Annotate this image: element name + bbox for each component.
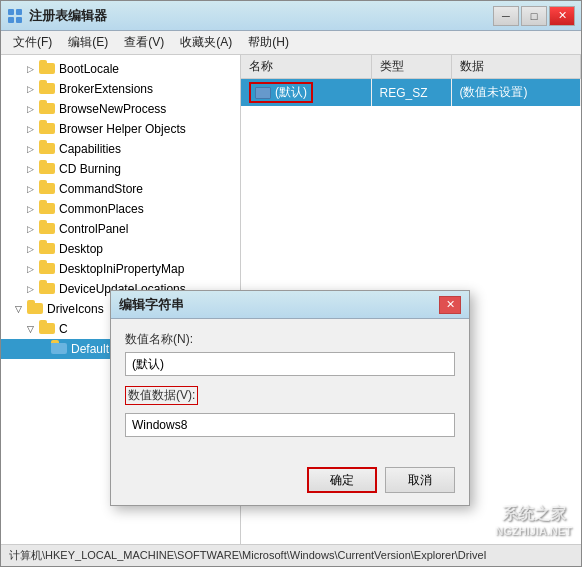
data-input[interactable] [125, 413, 455, 437]
dialog-title-bar: 编辑字符串 ✕ [111, 291, 469, 319]
dialog-title-text: 编辑字符串 [119, 296, 439, 314]
registry-table: 名称 类型 数据 (默认) [241, 55, 581, 106]
folder-icon [39, 143, 55, 156]
folder-icon [39, 283, 55, 296]
folder-icon [39, 223, 55, 236]
window-title: 注册表编辑器 [29, 7, 493, 25]
tree-toggle: ▷ [23, 242, 37, 256]
dialog-footer: 确定 取消 [111, 459, 469, 505]
tree-toggle: ▷ [23, 142, 37, 156]
tree-toggle: ▷ [23, 262, 37, 276]
value-name: (默认) [275, 84, 307, 101]
app-icon [7, 8, 23, 24]
edit-string-dialog: 编辑字符串 ✕ 数值名称(N): 数值数据(V): 确定 取消 [110, 290, 470, 506]
value-icon [255, 87, 271, 99]
name-input[interactable] [125, 352, 455, 376]
status-bar: 计算机\HKEY_LOCAL_MACHINE\SOFTWARE\Microsof… [1, 544, 581, 566]
folder-icon [39, 203, 55, 216]
tree-toggle: ▷ [23, 102, 37, 116]
folder-icon [39, 163, 55, 176]
svg-rect-0 [8, 9, 14, 15]
col-name: 名称 [241, 55, 371, 79]
title-bar: 注册表编辑器 ─ □ ✕ [1, 1, 581, 31]
tree-item-commonplaces[interactable]: ▷ CommonPlaces [1, 199, 240, 219]
folder-icon-open [39, 323, 55, 336]
menu-help[interactable]: 帮助(H) [240, 32, 297, 53]
value-type-cell: REG_SZ [371, 79, 451, 107]
tree-toggle: ▷ [23, 162, 37, 176]
tree-toggle: ▷ [23, 182, 37, 196]
folder-icon [39, 83, 55, 96]
tree-toggle: ▷ [23, 82, 37, 96]
tree-item-commandstore[interactable]: ▷ CommandStore [1, 179, 240, 199]
window-controls: ─ □ ✕ [493, 6, 575, 26]
tree-toggle: ▷ [23, 222, 37, 236]
tree-item-capabilities[interactable]: ▷ Capabilities [1, 139, 240, 159]
tree-label: BrowseNewProcess [59, 102, 166, 116]
folder-icon [39, 263, 55, 276]
tree-label: DesktopIniPropertyMap [59, 262, 184, 276]
status-text: 计算机\HKEY_LOCAL_MACHINE\SOFTWARE\Microsof… [9, 548, 487, 563]
col-type: 类型 [371, 55, 451, 79]
col-data: 数据 [451, 55, 581, 79]
folder-icon [39, 183, 55, 196]
tree-item-browsenewprocess[interactable]: ▷ BrowseNewProcess [1, 99, 240, 119]
tree-item-brokerextensions[interactable]: ▷ BrokerExtensions [1, 79, 240, 99]
tree-label: Browser Helper Objects [59, 122, 186, 136]
svg-rect-1 [16, 9, 22, 15]
tree-toggle: ▷ [23, 202, 37, 216]
menu-bar: 文件(F) 编辑(E) 查看(V) 收藏夹(A) 帮助(H) [1, 31, 581, 55]
folder-icon [39, 243, 55, 256]
tree-item-bootlocale[interactable]: ▷ BootLocale [1, 59, 240, 79]
tree-toggle: ▷ [23, 62, 37, 76]
menu-favorites[interactable]: 收藏夹(A) [172, 32, 240, 53]
maximize-button[interactable]: □ [521, 6, 547, 26]
tree-toggle-expand: ▽ [11, 302, 25, 316]
svg-rect-2 [8, 17, 14, 23]
tree-item-desktop[interactable]: ▷ Desktop [1, 239, 240, 259]
tree-label: Desktop [59, 242, 103, 256]
tree-toggle-expand: ▽ [23, 322, 37, 336]
tree-label: C [59, 322, 68, 336]
minimize-button[interactable]: ─ [493, 6, 519, 26]
folder-icon [39, 63, 55, 76]
tree-item-browserhelperobjects[interactable]: ▷ Browser Helper Objects [1, 119, 240, 139]
default-value-highlight: (默认) [249, 82, 313, 103]
value-name-cell: (默认) [241, 79, 371, 107]
ok-button[interactable]: 确定 [307, 467, 377, 493]
dialog-body: 数值名称(N): 数值数据(V): [111, 319, 469, 459]
menu-edit[interactable]: 编辑(E) [60, 32, 116, 53]
tree-item-cdburning[interactable]: ▷ CD Burning [1, 159, 240, 179]
dialog-close-button[interactable]: ✕ [439, 296, 461, 314]
tree-label: BrokerExtensions [59, 82, 153, 96]
tree-toggle: ▷ [23, 122, 37, 136]
value-data-cell: (数值未设置) [451, 79, 581, 107]
tree-label: CommandStore [59, 182, 143, 196]
tree-label: Capabilities [59, 142, 121, 156]
menu-file[interactable]: 文件(F) [5, 32, 60, 53]
tree-label: CD Burning [59, 162, 121, 176]
tree-label: ControlPanel [59, 222, 128, 236]
folder-icon [39, 123, 55, 136]
folder-icon-selected [51, 343, 67, 356]
tree-label: BootLocale [59, 62, 119, 76]
folder-icon-open [27, 303, 43, 316]
menu-view[interactable]: 查看(V) [116, 32, 172, 53]
svg-rect-3 [16, 17, 22, 23]
tree-item-controlpanel[interactable]: ▷ ControlPanel [1, 219, 240, 239]
cancel-button[interactable]: 取消 [385, 467, 455, 493]
tree-item-desktopinipropertymap[interactable]: ▷ DesktopIniPropertyMap [1, 259, 240, 279]
name-label: 数值名称(N): [125, 331, 455, 348]
tree-label: DriveIcons [47, 302, 104, 316]
table-row[interactable]: (默认) REG_SZ (数值未设置) [241, 79, 581, 107]
tree-toggle: ▷ [23, 282, 37, 296]
folder-icon [39, 103, 55, 116]
tree-toggle [35, 342, 49, 356]
data-label: 数值数据(V): [125, 386, 198, 405]
close-button[interactable]: ✕ [549, 6, 575, 26]
tree-label: CommonPlaces [59, 202, 144, 216]
